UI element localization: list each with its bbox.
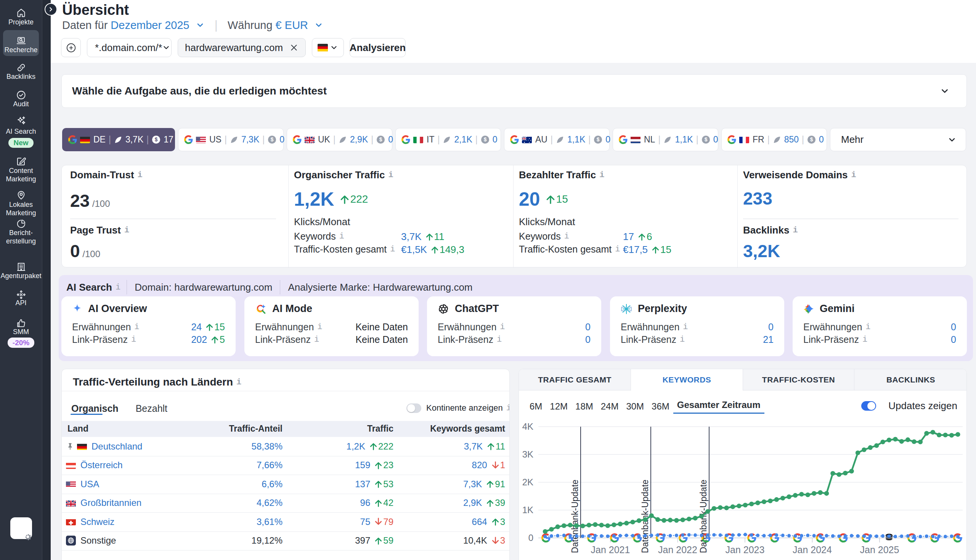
- svg-text:$: $: [271, 137, 274, 142]
- svg-text:Jan 2022: Jan 2022: [658, 544, 697, 555]
- svg-text:$: $: [597, 137, 600, 142]
- svg-text:Datenbank-Update: Datenbank-Update: [640, 480, 650, 553]
- svg-text:4K: 4K: [522, 421, 533, 432]
- svg-text:$: $: [379, 137, 383, 142]
- svg-text:3K: 3K: [522, 449, 533, 460]
- svg-text:Datenbank-Update: Datenbank-Update: [570, 480, 580, 553]
- svg-text:0: 0: [528, 533, 533, 543]
- svg-text:1K: 1K: [522, 505, 533, 515]
- svg-text:Jan 2025: Jan 2025: [860, 544, 899, 555]
- svg-text:$: $: [155, 137, 158, 142]
- svg-text:$: $: [483, 137, 486, 142]
- svg-text:$: $: [810, 137, 813, 142]
- svg-text:Jan 2024: Jan 2024: [793, 544, 832, 555]
- svg-text:$: $: [704, 137, 707, 142]
- svg-text:Jan 2021: Jan 2021: [591, 544, 630, 555]
- svg-text:2K: 2K: [522, 477, 533, 487]
- svg-text:Jan 2023: Jan 2023: [725, 544, 765, 555]
